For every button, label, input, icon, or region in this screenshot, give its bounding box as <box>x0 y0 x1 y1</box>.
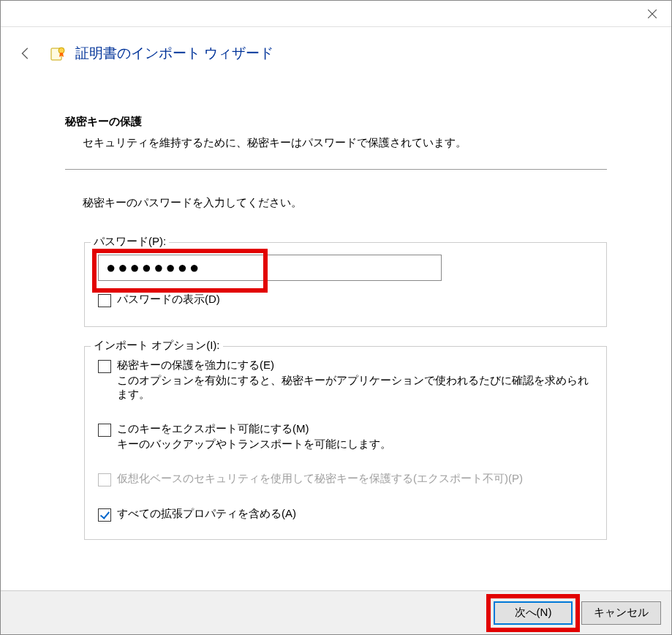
exportable-sublabel: キーのバックアップやトランスポートを可能にします。 <box>117 437 391 451</box>
cancel-button[interactable]: キャンセル <box>581 601 661 625</box>
password-prompt: 秘密キーのパスワードを入力してください。 <box>83 196 607 210</box>
wizard-footer: 次へ(N) キャンセル <box>1 590 671 634</box>
show-password-checkbox[interactable] <box>98 294 111 307</box>
strong-protection-sublabel: このオプションを有効にすると、秘密キーがアプリケーションで使われるたびに確認を求… <box>117 374 593 402</box>
close-icon[interactable] <box>643 5 661 23</box>
all-extended-properties-label[interactable]: すべての拡張プロパティを含める(A) <box>117 507 296 521</box>
import-options-groupbox: インポート オプション(I): 秘密キーの保護を強力にする(E) このオプション… <box>84 346 607 540</box>
wizard-header: 証明書のインポート ウィザード <box>1 27 671 71</box>
show-password-label[interactable]: パスワードの表示(D) <box>117 293 220 307</box>
section-heading: 秘密キーの保護 <box>65 115 607 129</box>
wizard-window: 証明書のインポート ウィザード 秘密キーの保護 セキュリティを維持するために、秘… <box>0 0 672 635</box>
section-description: セキュリティを維持するために、秘密キーはパスワードで保護されています。 <box>83 136 607 150</box>
password-input[interactable] <box>98 255 442 281</box>
titlebar <box>1 1 671 27</box>
password-legend: パスワード(P): <box>91 235 169 249</box>
all-extended-properties-checkbox[interactable] <box>98 508 111 522</box>
back-arrow-icon[interactable] <box>15 43 36 64</box>
next-button[interactable]: 次へ(N) <box>494 601 573 625</box>
divider <box>65 169 607 170</box>
wizard-title: 証明書のインポート ウィザード <box>75 44 273 63</box>
password-groupbox: パスワード(P): パスワードの表示(D) <box>84 242 607 327</box>
vbs-label: 仮想化ベースのセキュリティを使用して秘密キーを保護する(エクスポート不可)(P) <box>117 472 523 486</box>
certificate-icon <box>49 45 67 62</box>
strong-protection-checkbox[interactable] <box>98 360 111 373</box>
exportable-checkbox[interactable] <box>98 424 111 437</box>
wizard-content: 秘密キーの保護 セキュリティを維持するために、秘密キーはパスワードで保護されてい… <box>1 71 671 540</box>
vbs-checkbox <box>98 473 111 486</box>
svg-point-3 <box>58 48 64 53</box>
strong-protection-label[interactable]: 秘密キーの保護を強力にする(E) <box>117 358 593 372</box>
import-options-legend: インポート オプション(I): <box>91 339 223 353</box>
exportable-label[interactable]: このキーをエクスポート可能にする(M) <box>117 422 391 436</box>
